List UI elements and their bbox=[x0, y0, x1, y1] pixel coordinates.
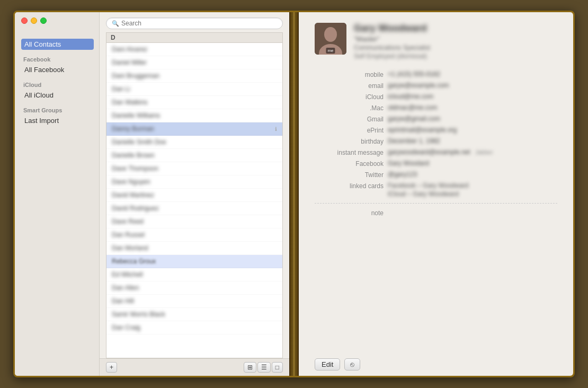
contact-detail: me Gary Woodward "Master" Communications… bbox=[299, 12, 573, 353]
list-item[interactable]: Danielle Brown bbox=[106, 149, 282, 162]
search-wrapper: 🔍 bbox=[106, 17, 283, 29]
linked-cards-label: linked cards bbox=[315, 182, 384, 198]
detail-footer: Edit ⎋ bbox=[299, 353, 573, 376]
contact-name-area: Gary Woodward "Master" Communications Sp… bbox=[354, 23, 430, 60]
search-bar-area: 🔍 bbox=[100, 12, 289, 32]
share-button[interactable]: ⎋ bbox=[344, 358, 360, 371]
mobile-value: +1 (415) 555-0182 bbox=[388, 70, 557, 78]
section-header-d: D bbox=[106, 33, 282, 43]
list-view-icon: ☰ bbox=[261, 364, 267, 371]
list-item[interactable]: Dani Alvarez bbox=[106, 43, 282, 56]
sidebar-group-smart: Smart Groups bbox=[21, 107, 94, 113]
contact-company: Self Employed (dismissal) bbox=[354, 52, 430, 60]
list-view-button[interactable]: ☰ bbox=[257, 362, 271, 373]
birthday-value: December 1, 1982 bbox=[388, 137, 557, 145]
contact-job-title: Communications Specialist bbox=[354, 44, 430, 51]
list-item[interactable]: Rebecca Groux bbox=[106, 255, 282, 268]
avatar-me-label: me bbox=[326, 48, 335, 54]
contact-list-area: 🔍 D Dani Alvarez Daniel Miller Dani Brug… bbox=[100, 12, 289, 376]
gmail-value: garyw@gmail.com bbox=[388, 115, 557, 123]
edit-button[interactable]: Edit bbox=[315, 358, 340, 371]
search-input[interactable] bbox=[121, 20, 277, 27]
contact-fields: mobile +1 (415) 555-0182 email garyw@exa… bbox=[315, 70, 557, 217]
list-item[interactable]: Dave Reed bbox=[106, 215, 282, 228]
list-item[interactable]: Dani Bruggeman bbox=[106, 69, 282, 83]
sidebar-item-all-contacts[interactable]: All Contacts bbox=[21, 39, 94, 50]
facebook-label: Facebook bbox=[315, 160, 384, 167]
single-view-icon: □ bbox=[275, 364, 279, 371]
sidebar-group-icloud: iCloud bbox=[21, 82, 94, 88]
facebook-value: Gary Woodard bbox=[388, 160, 557, 167]
card-view-button[interactable]: ⊞ bbox=[244, 362, 256, 373]
divider bbox=[315, 203, 557, 204]
linked-cards-values: Facebook – Gary Woodward iCloud – Gary W… bbox=[388, 182, 557, 198]
eprint-label: ePrint bbox=[315, 126, 384, 134]
icloud-value: icloud@me.com bbox=[388, 93, 557, 101]
eprint-value: eprintmail@example.org bbox=[388, 126, 557, 134]
avatar: me bbox=[315, 23, 346, 55]
mobile-label: mobile bbox=[315, 70, 384, 78]
list-item[interactable]: Dan Allen bbox=[106, 281, 282, 295]
email-label: email bbox=[315, 82, 384, 90]
list-item-selected[interactable]: Danny Burman ℹ bbox=[106, 122, 282, 136]
sidebar-item-last-import[interactable]: Last Import bbox=[21, 115, 94, 126]
list-item[interactable]: Dan Watkins bbox=[106, 96, 282, 109]
close-button[interactable] bbox=[21, 17, 28, 24]
list-item[interactable]: David Rodriguez bbox=[106, 202, 282, 215]
list-item[interactable]: Dave Nguyen bbox=[106, 175, 282, 189]
search-icon: 🔍 bbox=[112, 20, 119, 27]
book-container: All Contacts Facebook All Facebook iClou… bbox=[13, 11, 575, 377]
mac-value: oldmac@me.com bbox=[388, 104, 557, 112]
left-page: All Contacts Facebook All Facebook iClou… bbox=[15, 12, 289, 376]
contact-full-name: Gary Woodward bbox=[354, 23, 430, 34]
email-value: garyw@example.com bbox=[388, 82, 557, 90]
list-item[interactable]: David Martinez bbox=[106, 189, 282, 202]
contact-list-scroll[interactable]: D Dani Alvarez Daniel Miller Dani Brugge… bbox=[106, 32, 283, 358]
view-buttons: ⊞ ☰ □ bbox=[244, 362, 283, 373]
minimize-button[interactable] bbox=[31, 17, 37, 24]
sidebar-group-facebook: Facebook bbox=[21, 56, 94, 63]
contact-header: me Gary Woodward "Master" Communications… bbox=[315, 23, 557, 60]
selected-icon: ℹ bbox=[275, 126, 277, 132]
contact-nickname: "Master" bbox=[354, 35, 430, 43]
im-value: garywoodward@example.net Jabber bbox=[388, 148, 557, 156]
icloud-label: iCloud bbox=[315, 93, 384, 101]
sidebar: All Contacts Facebook All Facebook iClou… bbox=[15, 12, 100, 376]
list-item[interactable]: Danielle Williams bbox=[106, 109, 282, 122]
im-label: instant message bbox=[315, 148, 384, 156]
list-item[interactable]: Samir Morris Black bbox=[106, 308, 282, 321]
list-item[interactable]: Ed Mitchell bbox=[106, 268, 282, 281]
sidebar-item-all-icloud[interactable]: All iCloud bbox=[21, 90, 94, 101]
list-item[interactable]: Dan Morland bbox=[106, 242, 282, 255]
share-icon: ⎋ bbox=[350, 360, 354, 368]
list-item[interactable]: Daniel Miller bbox=[106, 56, 282, 69]
card-view-icon: ⊞ bbox=[247, 364, 253, 371]
right-page: me Gary Woodward "Master" Communications… bbox=[299, 12, 573, 376]
list-item[interactable]: Danielle Smith Doe bbox=[106, 136, 282, 149]
list-item[interactable]: Dan Li bbox=[106, 83, 282, 96]
note-value bbox=[388, 209, 557, 217]
maximize-button[interactable] bbox=[40, 17, 47, 24]
twitter-value: @gary123 bbox=[388, 171, 557, 179]
list-item[interactable]: Dan Russel bbox=[106, 228, 282, 242]
window-controls bbox=[21, 17, 47, 24]
list-item[interactable]: Dan Craig bbox=[106, 321, 282, 334]
twitter-label: Twitter bbox=[315, 171, 384, 179]
im-service: Jabber bbox=[475, 149, 493, 155]
sidebar-item-all-facebook[interactable]: All Facebook bbox=[21, 64, 94, 75]
add-contact-button[interactable]: + bbox=[106, 362, 117, 373]
gmail-label: Gmail bbox=[315, 115, 384, 123]
book-spine bbox=[289, 12, 299, 376]
birthday-label: birthday bbox=[315, 137, 384, 145]
single-view-button[interactable]: □ bbox=[272, 362, 283, 373]
list-item[interactable]: Dan Hill bbox=[106, 295, 282, 308]
mac-label: .Mac bbox=[315, 104, 384, 112]
list-item[interactable]: Dave Thompson bbox=[106, 162, 282, 175]
contact-list-footer: + ⊞ ☰ □ bbox=[100, 358, 289, 376]
note-label: note bbox=[315, 209, 384, 217]
